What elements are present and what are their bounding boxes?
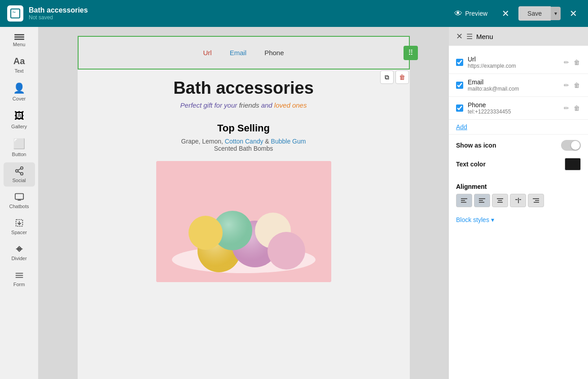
- close-x-icon-button[interactable]: ✕: [498, 6, 513, 21]
- social-phone-link: Phone: [264, 49, 284, 57]
- svg-rect-36: [519, 199, 521, 200]
- phone-info: Phone tel:+12223334455: [468, 101, 558, 115]
- svg-rect-39: [534, 202, 539, 203]
- link-item-phone: Phone tel:+12223334455 ✏ 🗑: [449, 97, 588, 120]
- save-button[interactable]: Save: [518, 6, 551, 21]
- sidebar-label-gallery: Gallery: [11, 124, 27, 129]
- url-name: Url: [468, 56, 558, 63]
- email-checkbox[interactable]: [456, 82, 463, 89]
- eye-icon: 👁: [454, 9, 462, 18]
- hamburger-icon: ☰: [466, 32, 473, 41]
- main-layout: Menu Aa Text 👤 Cover 🖼 Gallery ⬜ Button …: [0, 27, 588, 379]
- svg-rect-30: [479, 202, 484, 203]
- alignment-options: [456, 194, 581, 207]
- panel-content: Url https://example.com ✏ 🗑 Email mailto…: [449, 46, 588, 379]
- sidebar-label-social: Social: [13, 178, 26, 183]
- app-header: Bath accessories Not saved 👁 Preview ✕ S…: [0, 0, 588, 27]
- add-link-button[interactable]: Add: [449, 120, 474, 134]
- phone-edit-button[interactable]: ✏: [563, 104, 570, 113]
- show-as-icon-row: Show as icon: [456, 140, 581, 151]
- phone-value: tel:+12223334455: [468, 109, 558, 115]
- align-left-button-2[interactable]: [474, 194, 490, 207]
- align-left-right-button[interactable]: [510, 194, 526, 207]
- right-panel: ✕ ☰ Menu Url https://example.com ✏ 🗑: [449, 27, 588, 379]
- align-right-button[interactable]: [528, 194, 544, 207]
- sidebar-item-gallery[interactable]: 🖼 Gallery: [4, 107, 35, 133]
- sidebar-item-spacer[interactable]: Spacer: [4, 214, 35, 239]
- svg-rect-32: [498, 200, 502, 201]
- sidebar-item-social[interactable]: Social: [4, 162, 35, 187]
- phone-delete-button[interactable]: 🗑: [573, 104, 581, 113]
- svg-rect-33: [497, 202, 503, 203]
- phone-actions: ✏ 🗑: [563, 104, 581, 113]
- sidebar-item-chatbots[interactable]: Chatbots: [4, 188, 35, 213]
- preview-button[interactable]: 👁 Preview: [449, 6, 493, 21]
- close-panel-button[interactable]: ✕: [566, 6, 581, 21]
- svg-rect-5: [15, 194, 23, 200]
- save-dropdown-button[interactable]: ▾: [551, 7, 561, 20]
- sidebar-item-menu[interactable]: Menu: [4, 30, 35, 51]
- header-actions: 👁 Preview ✕ Save ▾ ✕: [449, 6, 581, 21]
- image-block: [78, 157, 410, 291]
- email-name: Email: [468, 78, 558, 86]
- url-actions: ✏ 🗑: [563, 58, 581, 67]
- sidebar-item-cover[interactable]: 👤 Cover: [4, 79, 35, 105]
- social-email-link: Email: [230, 49, 247, 57]
- sidebar-item-text[interactable]: Aa Text: [4, 52, 35, 77]
- phone-checkbox[interactable]: [456, 105, 463, 112]
- app-name: Bath accessories: [29, 6, 449, 14]
- text-color-row: Text color: [456, 158, 581, 170]
- svg-rect-31: [497, 198, 503, 199]
- svg-line-3: [18, 171, 20, 173]
- link-item-url: Url https://example.com ✏ 🗑: [449, 51, 588, 74]
- sidebar-item-divider[interactable]: Divider: [4, 240, 35, 265]
- alignment-section: Alignment: [449, 183, 588, 213]
- email-value: mailto:ask@mail.com: [468, 86, 558, 92]
- sidebar-label-spacer: Spacer: [11, 230, 27, 235]
- svg-rect-26: [461, 200, 465, 201]
- sidebar-label-form: Form: [13, 282, 25, 287]
- email-edit-button[interactable]: ✏: [563, 81, 570, 90]
- block-styles-label: Block styles: [456, 216, 489, 223]
- svg-rect-35: [515, 199, 518, 200]
- block-styles-button[interactable]: Block styles ▾: [449, 213, 588, 227]
- delete-button[interactable]: 🗑: [395, 70, 409, 84]
- content-block: Bath accessories Perfect gift for your f…: [78, 70, 410, 118]
- canvas-area: Url Email Phone ⠿ ⧉ 🗑 Bath accessories P…: [38, 27, 449, 379]
- panel-title: Menu: [476, 33, 493, 40]
- svg-rect-25: [461, 198, 467, 199]
- page-canvas: Url Email Phone ⠿ ⧉ 🗑 Bath accessories P…: [78, 36, 410, 379]
- email-delete-button[interactable]: 🗑: [573, 81, 581, 90]
- social-url-link: Url: [203, 49, 211, 57]
- sidebar-label-button: Button: [12, 152, 26, 157]
- top-selling-block: Top Selling Grape, Lemon, Cotton Candy &…: [78, 118, 410, 157]
- left-sidebar: Menu Aa Text 👤 Cover 🖼 Gallery ⬜ Button …: [0, 27, 38, 379]
- preview-label: Preview: [465, 10, 487, 17]
- bath-bombs-image: [156, 161, 331, 282]
- settings-section: Show as icon Text color: [449, 134, 588, 183]
- phone-name: Phone: [468, 101, 558, 109]
- page-title: Bath accessories: [87, 78, 401, 98]
- sidebar-item-button[interactable]: ⬜ Button: [4, 135, 35, 161]
- svg-point-23: [189, 216, 223, 250]
- social-block[interactable]: Url Email Phone ⠿ ⧉ 🗑: [78, 36, 410, 70]
- url-value: https://example.com: [468, 63, 558, 69]
- grid-button[interactable]: ⠿: [404, 46, 418, 60]
- url-edit-button[interactable]: ✏: [563, 58, 570, 67]
- text-color-swatch[interactable]: [565, 158, 581, 170]
- show-as-icon-toggle[interactable]: [561, 140, 581, 151]
- svg-point-1: [15, 170, 18, 172]
- svg-rect-29: [479, 200, 483, 201]
- svg-point-24: [268, 232, 305, 270]
- svg-point-0: [20, 167, 23, 170]
- sidebar-label-menu: Menu: [13, 42, 26, 47]
- save-button-group: Save ▾: [518, 6, 561, 21]
- align-center-button[interactable]: [492, 194, 508, 207]
- url-delete-button[interactable]: 🗑: [573, 58, 581, 67]
- header-title: Bath accessories Not saved: [29, 6, 449, 21]
- panel-close-icon[interactable]: ✕: [456, 31, 463, 41]
- url-checkbox[interactable]: [456, 59, 463, 66]
- sidebar-item-form[interactable]: Form: [4, 266, 35, 291]
- align-left-left-button[interactable]: [456, 194, 472, 207]
- duplicate-button[interactable]: ⧉: [380, 70, 394, 84]
